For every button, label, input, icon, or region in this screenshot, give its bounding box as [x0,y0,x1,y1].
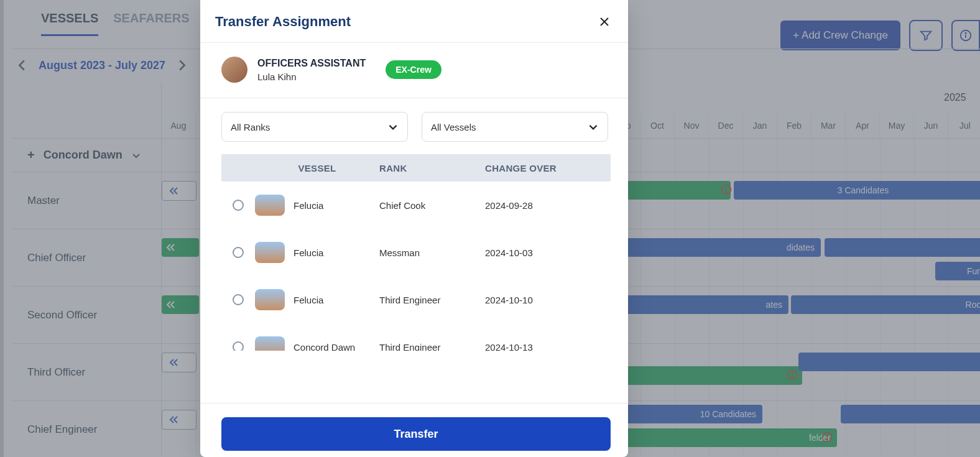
vessel-thumbnail [255,195,285,216]
vessel-thumbnail [255,242,285,263]
vessel-filter-value: All Vessels [431,122,476,132]
chevron-down-icon [387,121,399,132]
status-badge: EX-Crew [386,60,441,79]
date-cell: 2024-10-10 [485,295,611,305]
person-role: OFFICERS ASSISTANT [257,58,366,69]
col-date: CHANGE OVER [485,163,611,173]
vessel-name: Felucia [294,295,323,305]
vessel-name: Felucia [294,247,323,258]
date-cell: 2024-09-28 [485,200,611,211]
person-name: Lula Kihn [257,72,366,82]
date-cell: 2024-10-13 [485,342,611,351]
vessel-thumbnail [255,289,285,310]
table-row[interactable]: Felucia Chief Cook 2024-09-28 [221,182,611,229]
rank-filter-select[interactable]: All Ranks [221,112,408,142]
table-row[interactable]: Concord Dawn Third Engineer 2024-10-13 [221,323,611,351]
rank-cell: Chief Cook [379,200,485,211]
table-body[interactable]: Felucia Chief Cook 2024-09-28 Felucia Me… [221,182,611,351]
person-block: OFFICERS ASSISTANT Lula Kihn EX-Crew [200,43,628,98]
col-rank: RANK [379,163,485,173]
rank-cell: Third Engineer [379,342,485,351]
modal-title: Transfer Assignment [215,14,351,30]
transfer-button[interactable]: Transfer [221,417,611,451]
radio-option[interactable] [233,247,244,258]
rank-filter-value: All Ranks [231,122,270,132]
close-button[interactable] [598,16,611,28]
table-row[interactable]: Felucia Messman 2024-10-03 [221,229,611,276]
vessel-name: Concord Dawn [294,342,355,351]
rank-cell: Messman [379,247,485,258]
radio-option[interactable] [233,341,244,351]
transfer-assignment-modal: Transfer Assignment OFFICERS ASSISTANT L… [200,0,628,457]
date-cell: 2024-10-03 [485,247,611,258]
rank-cell: Third Engineer [379,295,485,305]
radio-option[interactable] [233,200,244,211]
table-row[interactable]: Felucia Third Engineer 2024-10-10 [221,276,611,323]
vessel-name: Felucia [294,200,323,211]
avatar [221,57,247,83]
col-vessel: VESSEL [255,163,379,173]
chevron-down-icon [588,121,599,132]
vessel-filter-select[interactable]: All Vessels [422,112,608,142]
close-icon [598,16,611,28]
radio-option[interactable] [233,294,244,305]
table-header: VESSEL RANK CHANGE OVER [221,154,611,182]
vessel-thumbnail [255,336,285,351]
